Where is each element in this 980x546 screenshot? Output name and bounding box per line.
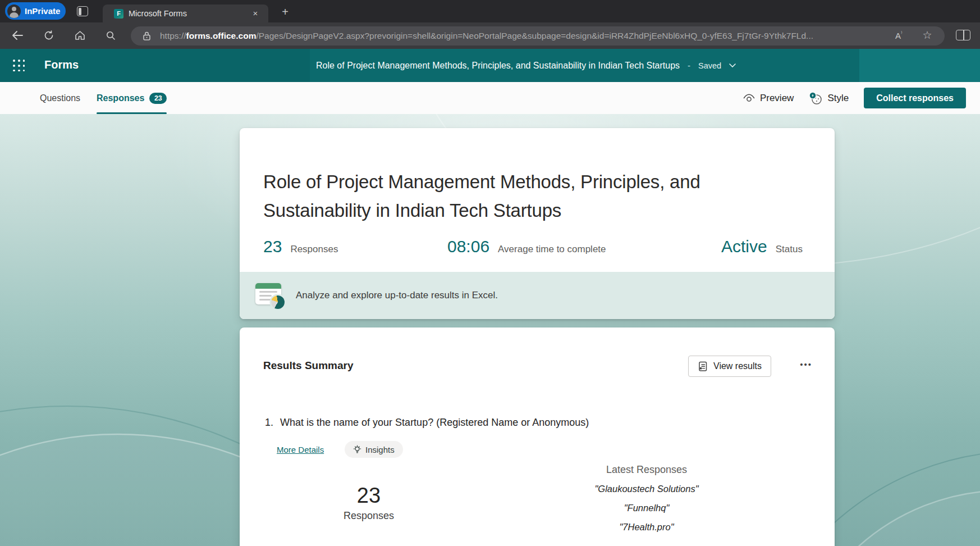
browser-tab[interactable]: Microsoft Forms [103,4,268,22]
split-screen-icon[interactable] [956,30,970,40]
lightbulb-icon [353,445,361,454]
stat-responses: 23 Responses [263,237,338,256]
form-title-line2: Sustainability in Indian Tech Startups [263,196,796,225]
pie-chart-icon [271,295,285,309]
browser-tab-title: Microsoft Forms [129,9,187,18]
save-status: Saved [698,61,721,70]
latest-response-item: "Glaukoustech Solutions" [534,483,759,495]
forms-header-right-panel [859,49,980,82]
address-bar[interactable]: https://forms.office.com/Pages/DesignPag… [131,26,945,46]
url-domain: forms.office.com [186,31,257,40]
form-title-line1: Role of Project Management Methods, Prin… [263,167,796,196]
inprivate-badge[interactable]: InPrivate [5,2,66,20]
tab-responses[interactable]: Responses 23 [97,82,167,114]
favorite-star-icon[interactable] [921,29,933,42]
view-results-label: View results [713,361,762,371]
question-text: What is the name of your Startup? (Regis… [280,417,589,429]
more-options-button[interactable]: ••• [800,360,812,369]
browser-navbar: https://forms.office.com/Pages/DesignPag… [0,22,980,49]
url-path: /Pages/DesignPageV2.aspx?prevorigin=shel… [256,31,813,40]
question-1: 1. What is the name of your Startup? (Re… [265,417,589,429]
edge-window: InPrivate Microsoft Forms https://forms.… [0,0,980,546]
forms-favicon-icon [114,9,123,19]
excel-banner-text: Analyze and explore up-to-date results i… [296,290,498,301]
response-summary-card: Role of Project Management Methods, Prin… [240,128,835,319]
form-title: Role of Project Management Methods, Prin… [263,167,796,225]
latest-responses: Latest Responses "Glaukoustech Solutions… [534,463,759,533]
home-icon[interactable] [73,29,86,42]
read-aloud-icon[interactable]: A⁾ [895,30,909,42]
stat-status-value: Active [721,237,767,256]
stats-row: 23 Responses 08:06 Average time to compl… [240,237,835,262]
page-content: Role of Project Management Methods, Prin… [0,114,980,546]
browser-titlebar: InPrivate Microsoft Forms [0,0,980,22]
inprivate-label: InPrivate [25,6,60,16]
lock-icon [143,31,150,40]
question-number: 1. [265,417,273,429]
back-icon[interactable] [11,29,24,42]
app-launcher-waffle-icon[interactable] [12,59,26,72]
save-status-chevron-icon[interactable] [729,63,736,67]
excel-banner: Analyze and explore up-to-date results i… [240,272,835,319]
results-summary-heading: Results Summary [263,360,354,372]
results-summary-card: Results Summary View results ••• 1. What… [240,327,835,546]
refresh-icon[interactable] [42,29,56,42]
toolbar-actions: Preview Style Collect responses [743,82,966,114]
view-results-button[interactable]: View results [688,356,771,377]
results-form-icon [698,361,708,372]
app-name: Forms [44,58,79,71]
preview-button[interactable]: Preview [743,93,794,104]
more-details-link[interactable]: More Details [277,445,324,454]
close-tab-icon[interactable] [250,8,260,19]
tab-actions-icon[interactable] [77,6,88,16]
eye-icon [743,94,755,102]
response-count-label: Responses [313,509,425,522]
stat-average-time-value: 08:06 [447,237,489,256]
profile-avatar-icon [7,4,21,18]
response-count-value: 23 [313,483,425,508]
new-tab-button[interactable] [278,4,292,19]
collect-responses-button[interactable]: Collect responses [864,88,966,108]
style-button[interactable]: Style [809,92,849,105]
tab-questions-label: Questions [40,93,80,103]
question-response-count: 23 Responses [313,483,425,522]
stat-responses-value: 23 [263,237,282,256]
tab-questions[interactable]: Questions [40,82,80,114]
url-scheme: https:// [160,31,186,40]
latest-response-item: "7Health.pro" [534,521,759,533]
stat-status: Active Status [721,237,803,256]
excel-spreadsheet-icon [255,283,283,308]
stat-average-time: 08:06 Average time to complete [447,237,606,256]
forms-toolbar: Questions Responses 23 Preview Style Col… [0,82,980,114]
title-separator: - [688,61,690,70]
preview-label: Preview [760,93,794,104]
insights-label: Insights [365,445,395,454]
style-theme-icon [809,92,822,105]
stat-responses-label: Responses [290,244,338,255]
question-detail-row: More Details Insights [277,441,324,458]
stat-average-time-label: Average time to complete [498,244,606,255]
document-title-group[interactable]: Role of Project Management Methods, Prin… [316,49,736,82]
forms-header: Forms Role of Project Management Methods… [0,49,980,82]
url-text: https://forms.office.com/Pages/DesignPag… [160,31,813,41]
document-title: Role of Project Management Methods, Prin… [316,61,680,71]
latest-responses-heading: Latest Responses [534,463,759,476]
insights-button[interactable]: Insights [345,441,403,458]
responses-count-badge: 23 [149,93,167,104]
style-label: Style [827,93,849,104]
stat-status-label: Status [776,244,803,255]
tab-responses-label: Responses [97,93,144,103]
search-icon[interactable] [104,29,117,42]
latest-response-item: "Funnelhq" [534,502,759,514]
